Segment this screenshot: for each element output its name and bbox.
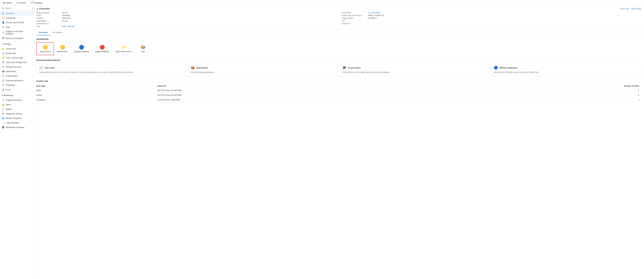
sidebar-item-label: Alerts [6,104,11,106]
essentials-row-image-version: Image version : 4.0.3000.1 [342,17,641,20]
sidebar-item-label: Activity log [6,17,15,19]
sidebar-item-external-metastores[interactable]: 🔗 External metastores [0,78,33,83]
tab-get-started[interactable]: Get started [50,30,64,35]
feature-title: Auto scale [44,67,54,69]
view-cost-link[interactable]: View Cost [620,8,629,10]
sidebar-item-locks[interactable]: 🔒 Locks [0,87,33,92]
sidebar-item-ssh-cluster-login[interactable]: 🔑 SSH + Cluster login [0,56,33,60]
external-metastores-icon: 🔗 [2,79,4,82]
monitoring-section-header[interactable]: ▾ Monitoring [0,93,33,98]
search-input[interactable] [5,7,30,10]
essentials-row-status: Status : Running [36,14,336,17]
sidebar-item-metrics[interactable]: 📈 Metrics [0,107,33,111]
sidebar-item-activity-log[interactable]: 📋 Activity log [0,16,33,20]
ssh-icon: 🔑 [2,56,4,59]
sidebar-item-logs-preview[interactable]: 📄 Logs (Preview) [0,120,33,125]
sidebar-item-label: External metastores [6,79,23,82]
essentials-row-url: URL : [342,20,641,22]
feature-card-auto-scale[interactable]: 📈 Auto scale Automatically increase or d… [36,63,186,76]
dashboard-item-ambari-home[interactable]: 🟡 Ambari home [36,42,54,55]
applications-icon: 📦 [2,70,4,72]
dashboard-item-zeppelin-notebook[interactable]: 🔵 Zeppelin notebook [71,42,92,55]
sidebar-item-access-control[interactable]: 👤 Access control (IAM) [0,20,33,25]
essentials-row-learn-more: Learn More : Documentation [342,11,641,14]
documentation-link[interactable]: Documentation [368,12,380,14]
feature-title: Applications [196,67,208,69]
dashboard-item-yarn[interactable]: 🐝 Yarn [135,42,151,55]
sidebar-item-label: Applications [6,70,16,72]
sidebar-item-label: Cluster size [6,48,16,50]
sidebar-item-cluster-size[interactable]: 📐 Cluster size [0,46,33,51]
resource-group-move-link[interactable]: move [62,12,67,14]
refresh-icon: ↻ [16,2,18,4]
sidebar-item-storage-accounts[interactable]: 🗃 Storage accounts [0,64,33,69]
dashboard-item-label: Ambari home [40,50,50,53]
sidebar-item-data-lake-storage[interactable]: 🗄 Data Lake Storage Gen1 [0,60,33,64]
cluster-size-icon: 📐 [2,48,4,50]
col-node-type: Node type [36,84,158,88]
sidebar-item-quota-limits[interactable]: 📊 Quota limits [0,51,33,56]
recommended-title: Recommended features [36,59,641,61]
node-type-head: Head [36,88,158,93]
zeppelin-notebook-icon: 🔵 [79,45,84,50]
settings-section-header[interactable]: ▾ Settings [0,42,33,46]
essentials-row-tags: Tags (edit) : Add tags [36,25,336,28]
quota-limits-icon: 📊 [2,52,4,54]
sidebar-item-label: Quota limits [6,52,16,54]
essentials-row-resource-group: Resource group (move) : [36,11,336,14]
feature-card-monitor-integration[interactable]: 🔵 Monitor integration Monitor Azure HDIn… [491,63,641,76]
dashboard-item-jupyter-notebook[interactable]: 🔴 Jupyter notebook [92,42,112,55]
add-tags-link[interactable]: Add tags [68,25,74,28]
json-view-link[interactable]: JSON View [631,8,641,10]
essentials-right-col: Learn More : Documentation Cluster type,… [342,11,641,28]
feature-card-applications[interactable]: 📦 Applications Install third party appli… [188,63,338,76]
sidebar-item-workbooks-preview[interactable]: 📓 Workbooks (Preview) [0,125,33,130]
sidebar-item-diagnostic-settings[interactable]: ⚙ Diagnostic settings [0,111,33,116]
access-control-icon: 👤 [2,21,4,24]
sidebar-item-diagnose[interactable]: 🔧 Diagnose and solve problems [0,29,33,36]
sidebar-item-monitor-integration[interactable]: 🌐 Monitor integration [0,116,33,120]
essentials-row-subscription-id: Subscription ID : [36,22,336,25]
metrics-icon: 📈 [2,108,4,110]
toolbar: 🗑 Delete ↻ Refresh 💬 Feedback [0,0,644,6]
dashboard-item-label: Ambari views [57,50,68,53]
workbooks-icon: 📓 [2,126,4,128]
sidebar-item-applications[interactable]: 📦 Applications [0,69,33,74]
feature-card-script-actions[interactable]: 💻 Script actions Customize Azure HDInsig… [340,63,490,76]
sidebar-item-resource-visualizer[interactable]: 🗺 Resource visualizer [0,36,33,40]
storage-accounts-icon: 🗃 [2,66,4,68]
feature-title: Script actions [348,67,361,69]
essentials-section: ▲ Essentials View Cost JSON View Resourc… [33,6,644,30]
refresh-button[interactable]: ↻ Refresh [15,1,27,4]
sidebar-item-overview[interactable]: ⊞ Overview [0,11,33,16]
node-count-head: 2 [450,88,641,93]
essentials-row-subscription: Subscription (move) : [36,20,336,22]
dashboard-item-spark-history-server[interactable]: ✨ Spark history server [112,42,135,55]
edit-tags-link[interactable]: edit [62,25,65,28]
sidebar-item-label: Metrics [6,108,12,110]
dashboard-item-ambari-views[interactable]: 🟡 Ambari views [54,42,71,55]
subscription-move-link[interactable]: move [62,20,67,22]
insights-icon: 💡 [2,99,4,101]
sidebar-item-properties[interactable]: 📋 Properties [0,83,33,87]
close-search-button[interactable]: ✕ [31,6,33,10]
overview-icon: ⊞ [2,12,4,14]
sidebar-item-script-actions[interactable]: 📜 Script actions [0,74,33,78]
delete-button[interactable]: 🗑 Delete [2,1,13,4]
tags-icon: 🏷 [2,26,4,28]
chevron-down-icon-2: ▾ [2,94,3,96]
feedback-button[interactable]: 💬 Feedback [30,1,44,4]
sidebar-item-label: Access control (IAM) [6,21,24,24]
monitor-integration-icon: 🌐 [2,117,4,119]
delete-icon: 🗑 [3,2,5,4]
sidebar-item-tags[interactable]: 🏷 Tags [0,25,33,29]
essentials-actions: View Cost JSON View [620,8,641,10]
sidebar: 🔍 ✕ ◀ ⊞ Overview 📋 Activity log 👤 Access… [0,6,33,279]
sidebar-item-alerts[interactable]: 🔔 Alerts [0,102,33,107]
activity-log-icon: 📋 [2,17,4,19]
sidebar-item-insights-preview[interactable]: 💡 Insights (Preview) [0,98,33,102]
cluster-size-table: Node type Node size Number of nodes Head… [36,84,641,102]
sidebar-item-label: Tags [6,26,10,28]
tab-overview[interactable]: Overview [36,30,50,35]
script-actions-icon: 📜 [2,75,4,77]
